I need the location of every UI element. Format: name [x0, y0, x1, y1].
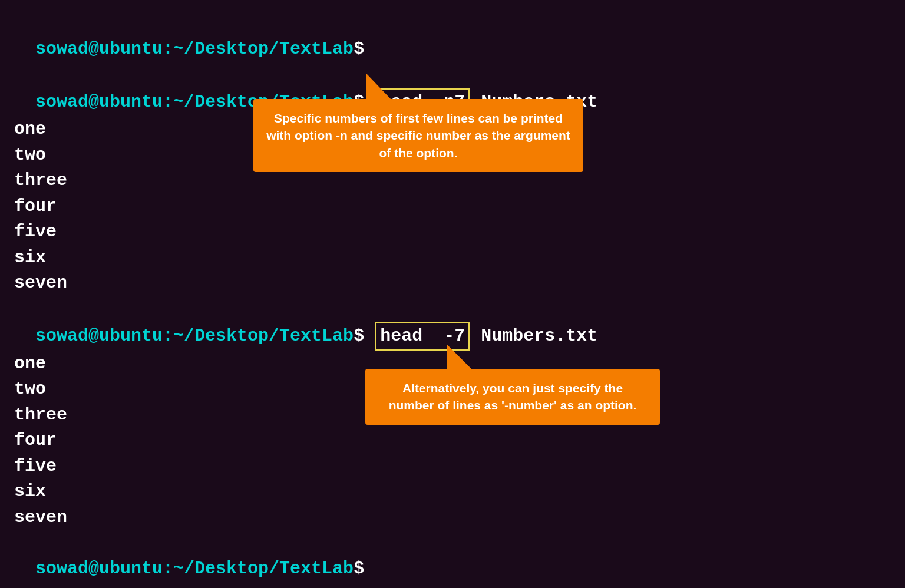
callout-2-text: Alternatively, you can just specify the … [389, 381, 637, 412]
output-11: four [14, 428, 891, 454]
output-6: six [14, 245, 891, 271]
output-4: four [14, 194, 891, 220]
output-13: six [14, 479, 891, 505]
cmd-suffix-2: Numbers.txt [470, 326, 597, 346]
prompt-path-1: :~/Desktop/TextLab [163, 39, 354, 59]
prompt-1: sowad@ubuntu [35, 39, 163, 59]
prompt-path-3: :~/Desktop/TextLab [163, 326, 354, 346]
output-7: seven [14, 270, 891, 296]
callout-1: Specific numbers of first few lines can … [253, 99, 583, 172]
callout-2: Alternatively, you can just specify the … [365, 369, 660, 425]
output-14: seven [14, 505, 891, 531]
output-12: five [14, 454, 891, 480]
prompt-2: sowad@ubuntu [35, 92, 163, 112]
prompt-dollar-4: $ [354, 559, 364, 579]
callout-1-text: Specific numbers of first few lines can … [266, 111, 570, 160]
prompt-path-4: :~/Desktop/TextLab [163, 559, 354, 579]
output-5: five [14, 219, 891, 245]
prompt-4: sowad@ubuntu [35, 559, 163, 579]
prompt-dollar-1: $ [354, 39, 364, 59]
prompt-3: sowad@ubuntu [35, 326, 163, 346]
prompt-dollar-3: $ [354, 326, 375, 346]
